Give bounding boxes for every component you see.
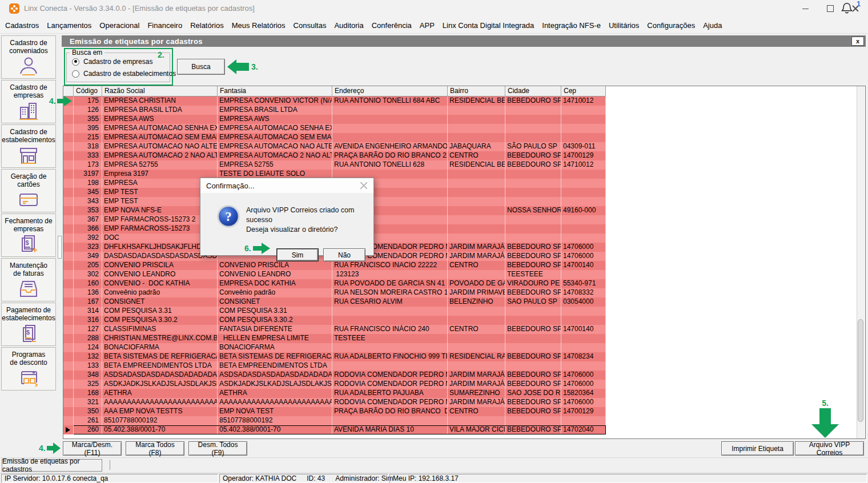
cell-c-digo: 173 <box>74 160 102 170</box>
cell-endere-o: RODOVIA COMENDADOR PEDRO MON <box>332 371 448 380</box>
table-row[interactable]: 127CLASSIFIMINASFANTASIA DIFERENTERUA FR… <box>63 325 606 334</box>
table-row[interactable]: 395EMPRESA AUTOMACAO SENHA EXPIREMPRESA … <box>63 124 606 133</box>
table-row[interactable]: 215EMPRESA AUTOMACAO SEM EMAIL (NEMPRESA… <box>63 133 606 142</box>
cell-fantasia: EMP NOVA TEST <box>218 407 332 416</box>
window-titlebar: Linx Conecta - Versão 3.34.0.0 - [Emissã… <box>0 0 868 17</box>
menu-item-confer-ncia[interactable]: Conferência <box>368 19 416 32</box>
table-row[interactable]: 318EMPRESA AUTOMACAO NAO ALTERAREMPRESA … <box>63 142 606 151</box>
menu-item-meus-relat-rios[interactable]: Meus Relatórios <box>228 19 290 32</box>
menu-item-financeiro[interactable]: Financeiro <box>143 19 186 32</box>
table-row[interactable]: 302CONVENIO LEANDROCONVENIO LEANDRO 1231… <box>63 270 606 279</box>
panel-close-button[interactable]: x <box>851 37 864 46</box>
menu-item-utilit-rios[interactable]: Utilitários <box>605 19 643 32</box>
table-row[interactable]: 350AAA EMP NOVA TESTTSEMP NOVA TESTPRAÇA… <box>63 407 606 416</box>
table-row[interactable]: 167CONSIGNETCONSIGNETRUA CESARIO ALVIMBE… <box>63 297 606 307</box>
cell-raz-o-social: Conveênio padrão <box>102 288 218 297</box>
column-header-raz-o-social[interactable]: Razão Social <box>102 86 218 96</box>
menu-item-linx-conta-digital-integrada[interactable]: Linx Conta Digital Integrada <box>439 19 538 32</box>
table-row[interactable]: 2618510778800019285107788000192 <box>63 416 606 425</box>
table-row[interactable]: 26005.402.388/0001-7005.402.388/0001-70A… <box>63 425 606 434</box>
sidebar-item-closure-invoice[interactable]: Fechamento de empresas$ <box>1 214 56 257</box>
sidebar-item-card[interactable]: Geração de cartões <box>1 169 56 212</box>
table-row[interactable]: 355EMPRESA AWSEMPRESA AWS <box>63 115 606 124</box>
menu-item-consultas[interactable]: Consultas <box>290 19 331 32</box>
menu-item-ajuda[interactable]: Ajuda <box>699 19 726 32</box>
cell-cep <box>561 106 606 115</box>
table-row[interactable]: 321AAAAAAAAAAAAAAAAAAAAAAAAAAAAAAAAAAAAA… <box>63 398 606 407</box>
sidebar-item-invoice-tray[interactable]: Manutenção de faturas <box>1 258 56 301</box>
table-row[interactable]: 333EMPRESA AUTOMACAO 2 NAO ALTERAEMPRESA… <box>63 151 606 160</box>
marca-desm-button[interactable]: Marca/Desm.(F11) <box>63 441 122 456</box>
minimize-button[interactable] <box>793 0 818 17</box>
sidebar-item-buildings[interactable]: Cadastro de empresas <box>1 80 56 123</box>
grid-scrollbar-thumb[interactable] <box>858 319 863 422</box>
table-row[interactable]: 132BETA SISTEMAS DE REFRIGERACAO LBETA S… <box>63 352 606 361</box>
menu-item-app[interactable]: APP <box>416 19 439 32</box>
table-row[interactable]: 314COM PESQUISA 3.31COM PESQUISA 3.31 <box>63 307 606 316</box>
column-header-cep[interactable]: Cep <box>561 86 606 96</box>
table-row[interactable]: 133BETA EMPREENDIMENTOS LTDABETA EMPREEN… <box>63 361 606 371</box>
menu-item-configura-es[interactable]: Configurações <box>643 19 699 32</box>
cell-c-digo: 323 <box>74 243 102 252</box>
cell-cep: 14706000 <box>561 252 606 261</box>
table-row[interactable]: 288CHRISTIAN.MESTRE@LINX.COM.BR HELLEN E… <box>63 334 606 343</box>
menu-item-relat-rios[interactable]: Relatórios <box>186 19 228 32</box>
cell-c-digo: 167 <box>74 297 102 307</box>
column-header-cidade[interactable]: Cidade <box>505 86 561 96</box>
menu-item-operacional[interactable]: Operacional <box>95 19 143 32</box>
table-row[interactable]: 205CONVENIO PRISCILACONVENIO PRISCILARUA… <box>63 261 606 270</box>
menu-item-lan-amentos[interactable]: Lançamentos <box>43 19 95 32</box>
radio-cadastro-empresas[interactable]: Cadastro de empresas <box>72 58 152 66</box>
table-row[interactable]: 124BONACIOFARMABONACIOFARMA <box>63 343 606 352</box>
sidebar-item-person[interactable]: Cadastro de conveniados <box>1 35 56 79</box>
dialog-no-button[interactable]: Não <box>323 248 365 261</box>
maximize-button[interactable] <box>818 0 843 17</box>
cell-fantasia: EMPRESA CONVENIO VICTOR (N/A) <box>218 96 332 106</box>
cell-endere-o: TESTEEE <box>332 334 448 343</box>
radio-cadastro-estabelecimentos[interactable]: Cadastro de estabelecimentos <box>72 70 176 78</box>
dialog-close-icon[interactable] <box>360 182 368 190</box>
desm-todos-button[interactable]: Desm. Todos (F9) <box>188 441 247 456</box>
dialog-title: Confirmação... <box>200 182 255 190</box>
table-row[interactable]: 168AETHRAAETHRARUA ADALBERTO PAJUABASUMA… <box>63 389 606 398</box>
sidebar-scrollbar[interactable] <box>58 236 62 259</box>
cell-c-digo: 318 <box>74 142 102 151</box>
table-row[interactable]: 160CONVENIO - DOC KATHIAEMPRESA DOC KATH… <box>63 279 606 288</box>
sidebar-item-discount-programs[interactable]: Programas de desconto <box>1 347 56 391</box>
arquivo-vipp-button[interactable]: Arquivo VIPP Correios <box>795 441 864 456</box>
menu-item-auditoria[interactable]: Auditoria <box>330 19 367 32</box>
cell-endere-o <box>332 133 448 142</box>
table-row[interactable]: 173EMPRESA 52755EMPRESA 52755RUA ANTONIO… <box>63 160 606 170</box>
cell-raz-o-social: AETHRA <box>102 389 218 398</box>
table-row[interactable]: 348ASDSADASDASDADASDADADADADSAASDSADASDA… <box>63 371 606 380</box>
dialog-yes-button[interactable]: Sim <box>276 248 319 261</box>
cell-cep <box>561 124 606 133</box>
column-header-c-digo[interactable]: Código <box>74 86 102 96</box>
table-row[interactable]: 325ASDKJADKJSLKADJSLAJSDLAKJSDLKAASDKJAD… <box>63 380 606 389</box>
marca-todos-button[interactable]: Marca Todos (F8) <box>126 441 184 456</box>
menu-item-integra-o-nfs-e[interactable]: Integração NFS-e <box>538 19 605 32</box>
column-header-bairro[interactable]: Bairro <box>448 86 505 96</box>
table-row[interactable]: 136Conveênio padrãoConveênio padrãoRUA N… <box>63 288 606 297</box>
cell-fantasia: EMPRESA 52755 <box>218 160 332 170</box>
cell-cidade: BEBEDOURO SP <box>505 325 561 334</box>
cell-c-digo: 316 <box>74 316 102 325</box>
column-header-endere-o[interactable]: Endereço <box>332 86 448 96</box>
maximize-icon <box>827 5 834 12</box>
sidebar-item-store[interactable]: Cadastro de estabelecimentos <box>1 124 56 168</box>
imprimir-etiqueta-button[interactable]: Imprimir Etiqueta <box>721 441 794 456</box>
busca-button[interactable]: Busca <box>177 59 225 75</box>
column-header-fantasia[interactable]: Fantasia <box>218 86 332 96</box>
cell-cep <box>561 270 606 279</box>
cell-bairro: CENTRO <box>448 151 505 160</box>
sidebar-item-payment-invoice[interactable]: Pagamento de estabelecimentos$ <box>1 303 56 346</box>
table-row[interactable]: 175EMPRESA CHRISTIANEMPRESA CONVENIO VIC… <box>63 96 606 106</box>
tab-emissao-etiquetas[interactable]: Emissão de etiquetas por cadastros <box>2 459 102 472</box>
cell-fantasia: EMPRESA BRASIL LTDA <box>218 106 332 115</box>
cell-raz-o-social: EMPRESA AUTOMACAO SEM EMAIL (N <box>102 133 218 142</box>
menu-item-cadastros[interactable]: Cadastros <box>1 19 43 32</box>
notifications-button[interactable] <box>841 2 855 17</box>
table-row[interactable]: 316COM PESQUISA 3.30.2COM PESQUISA 3.30.… <box>63 316 606 325</box>
grid-vertical-scrollbar[interactable] <box>857 86 865 438</box>
table-row[interactable]: 126EMPRESA BRASIL LTDAEMPRESA BRASIL LTD… <box>63 106 606 115</box>
